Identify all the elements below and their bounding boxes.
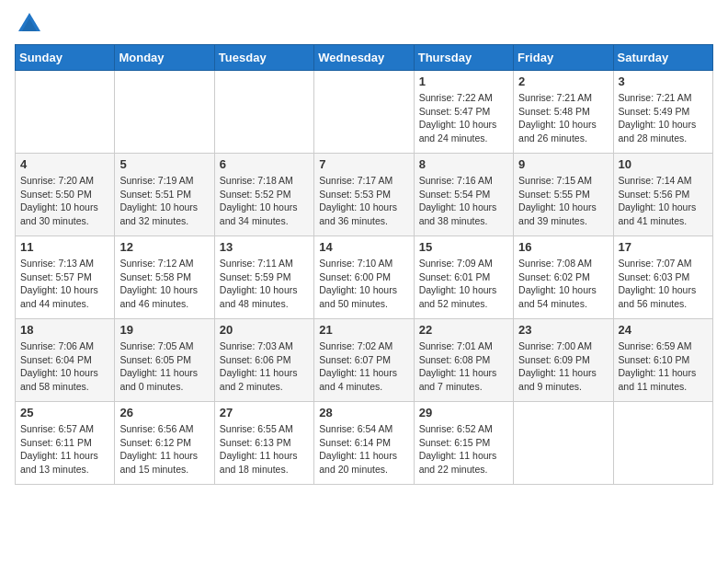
calendar-cell: 3Sunrise: 7:21 AM Sunset: 5:49 PM Daylig… <box>613 71 712 154</box>
day-number: 26 <box>119 406 209 419</box>
day-number: 10 <box>619 157 708 171</box>
calendar-cell: 4Sunrise: 7:20 AM Sunset: 5:50 PM Daylig… <box>16 154 115 236</box>
calendar-cell: 23Sunrise: 7:00 AM Sunset: 6:09 PM Dayli… <box>514 319 613 402</box>
cell-content: Sunrise: 7:16 AM Sunset: 5:54 PM Dayligh… <box>419 174 508 228</box>
cell-content: Sunrise: 7:20 AM Sunset: 5:50 PM Dayligh… <box>20 174 109 228</box>
calendar-cell: 26Sunrise: 6:56 AM Sunset: 6:12 PM Dayli… <box>115 402 214 485</box>
calendar-header-wednesday: Wednesday <box>314 45 414 71</box>
calendar-week-row: 4Sunrise: 7:20 AM Sunset: 5:50 PM Daylig… <box>16 154 713 236</box>
day-number: 24 <box>619 323 708 337</box>
calendar-header-tuesday: Tuesday <box>214 45 313 71</box>
cell-content: Sunrise: 7:10 AM Sunset: 6:00 PM Dayligh… <box>319 257 408 311</box>
cell-content: Sunrise: 7:03 AM Sunset: 6:06 PM Dayligh… <box>220 339 309 394</box>
day-number: 1 <box>419 75 508 88</box>
calendar-cell: 27Sunrise: 6:55 AM Sunset: 6:13 PM Dayli… <box>214 402 313 485</box>
day-number: 23 <box>518 323 608 337</box>
calendar-cell: 24Sunrise: 6:59 AM Sunset: 6:10 PM Dayli… <box>613 319 712 402</box>
calendar-cell: 29Sunrise: 6:52 AM Sunset: 6:15 PM Dayli… <box>414 402 513 485</box>
day-number: 19 <box>119 323 209 337</box>
day-number: 8 <box>419 157 508 171</box>
calendar-cell: 15Sunrise: 7:09 AM Sunset: 6:01 PM Dayli… <box>414 236 513 319</box>
day-number: 12 <box>119 240 209 254</box>
cell-content: Sunrise: 6:59 AM Sunset: 6:10 PM Dayligh… <box>619 339 708 394</box>
cell-content: Sunrise: 7:02 AM Sunset: 6:07 PM Dayligh… <box>319 339 408 394</box>
cell-content: Sunrise: 7:01 AM Sunset: 6:08 PM Dayligh… <box>419 339 508 394</box>
calendar-cell: 12Sunrise: 7:12 AM Sunset: 5:58 PM Dayli… <box>115 236 214 319</box>
calendar-cell: 10Sunrise: 7:14 AM Sunset: 5:56 PM Dayli… <box>613 154 712 236</box>
calendar-cell: 13Sunrise: 7:11 AM Sunset: 5:59 PM Dayli… <box>214 236 313 319</box>
day-number: 2 <box>518 75 608 88</box>
cell-content: Sunrise: 6:55 AM Sunset: 6:13 PM Dayligh… <box>220 422 309 477</box>
calendar-week-row: 25Sunrise: 6:57 AM Sunset: 6:11 PM Dayli… <box>16 402 713 485</box>
logo <box>15 15 42 37</box>
cell-content: Sunrise: 6:52 AM Sunset: 6:15 PM Dayligh… <box>419 422 508 477</box>
day-number: 17 <box>619 240 708 254</box>
calendar-header-sunday: Sunday <box>16 45 115 71</box>
calendar-cell: 18Sunrise: 7:06 AM Sunset: 6:04 PM Dayli… <box>16 319 115 402</box>
day-number: 25 <box>20 406 109 419</box>
cell-content: Sunrise: 7:22 AM Sunset: 5:47 PM Dayligh… <box>419 91 508 145</box>
calendar-cell: 16Sunrise: 7:08 AM Sunset: 6:02 PM Dayli… <box>514 236 613 319</box>
day-number: 22 <box>419 323 508 337</box>
calendar-week-row: 1Sunrise: 7:22 AM Sunset: 5:47 PM Daylig… <box>16 71 713 154</box>
cell-content: Sunrise: 7:21 AM Sunset: 5:49 PM Dayligh… <box>619 91 708 145</box>
calendar-week-row: 18Sunrise: 7:06 AM Sunset: 6:04 PM Dayli… <box>16 319 713 402</box>
cell-content: Sunrise: 7:11 AM Sunset: 5:59 PM Dayligh… <box>220 257 309 311</box>
calendar-cell: 9Sunrise: 7:15 AM Sunset: 5:55 PM Daylig… <box>514 154 613 236</box>
cell-content: Sunrise: 6:57 AM Sunset: 6:11 PM Dayligh… <box>20 422 109 477</box>
day-number: 6 <box>220 157 309 171</box>
day-number: 20 <box>220 323 309 337</box>
cell-content: Sunrise: 7:06 AM Sunset: 6:04 PM Dayligh… <box>20 339 109 394</box>
calendar-cell: 5Sunrise: 7:19 AM Sunset: 5:51 PM Daylig… <box>115 154 214 236</box>
cell-content: Sunrise: 7:21 AM Sunset: 5:48 PM Dayligh… <box>518 91 608 145</box>
calendar-cell: 22Sunrise: 7:01 AM Sunset: 6:08 PM Dayli… <box>414 319 513 402</box>
cell-content: Sunrise: 7:17 AM Sunset: 5:53 PM Dayligh… <box>319 174 408 228</box>
calendar-cell: 21Sunrise: 7:02 AM Sunset: 6:07 PM Dayli… <box>314 319 414 402</box>
day-number: 21 <box>319 323 408 337</box>
day-number: 27 <box>220 406 309 419</box>
calendar-cell <box>514 402 613 485</box>
cell-content: Sunrise: 7:05 AM Sunset: 6:05 PM Dayligh… <box>119 339 209 394</box>
calendar-cell: 2Sunrise: 7:21 AM Sunset: 5:48 PM Daylig… <box>514 71 613 154</box>
calendar-header-friday: Friday <box>514 45 613 71</box>
day-number: 29 <box>419 406 508 419</box>
cell-content: Sunrise: 7:09 AM Sunset: 6:01 PM Dayligh… <box>419 257 508 311</box>
calendar-cell: 19Sunrise: 7:05 AM Sunset: 6:05 PM Dayli… <box>115 319 214 402</box>
day-number: 13 <box>220 240 309 254</box>
calendar-cell: 11Sunrise: 7:13 AM Sunset: 5:57 PM Dayli… <box>16 236 115 319</box>
cell-content: Sunrise: 7:19 AM Sunset: 5:51 PM Dayligh… <box>119 174 209 228</box>
calendar-cell: 28Sunrise: 6:54 AM Sunset: 6:14 PM Dayli… <box>314 402 414 485</box>
calendar-week-row: 11Sunrise: 7:13 AM Sunset: 5:57 PM Dayli… <box>16 236 713 319</box>
header <box>15 15 713 37</box>
cell-content: Sunrise: 7:18 AM Sunset: 5:52 PM Dayligh… <box>220 174 309 228</box>
cell-content: Sunrise: 6:56 AM Sunset: 6:12 PM Dayligh… <box>119 422 209 477</box>
cell-content: Sunrise: 7:13 AM Sunset: 5:57 PM Dayligh… <box>20 257 109 311</box>
day-number: 14 <box>319 240 408 254</box>
calendar-header-thursday: Thursday <box>414 45 513 71</box>
logo-icon <box>17 11 42 37</box>
cell-content: Sunrise: 7:07 AM Sunset: 6:03 PM Dayligh… <box>619 257 708 311</box>
cell-content: Sunrise: 7:12 AM Sunset: 5:58 PM Dayligh… <box>119 257 209 311</box>
day-number: 16 <box>518 240 608 254</box>
cell-content: Sunrise: 7:15 AM Sunset: 5:55 PM Dayligh… <box>518 174 608 228</box>
calendar-cell: 6Sunrise: 7:18 AM Sunset: 5:52 PM Daylig… <box>214 154 313 236</box>
calendar-cell <box>314 71 414 154</box>
calendar-cell: 25Sunrise: 6:57 AM Sunset: 6:11 PM Dayli… <box>16 402 115 485</box>
cell-content: Sunrise: 7:08 AM Sunset: 6:02 PM Dayligh… <box>518 257 608 311</box>
calendar-header-saturday: Saturday <box>613 45 712 71</box>
calendar-cell: 20Sunrise: 7:03 AM Sunset: 6:06 PM Dayli… <box>214 319 313 402</box>
cell-content: Sunrise: 6:54 AM Sunset: 6:14 PM Dayligh… <box>319 422 408 477</box>
calendar-cell <box>613 402 712 485</box>
calendar-cell <box>214 71 313 154</box>
calendar-header-row: SundayMondayTuesdayWednesdayThursdayFrid… <box>16 45 713 71</box>
calendar-cell: 14Sunrise: 7:10 AM Sunset: 6:00 PM Dayli… <box>314 236 414 319</box>
day-number: 9 <box>518 157 608 171</box>
calendar-cell: 7Sunrise: 7:17 AM Sunset: 5:53 PM Daylig… <box>314 154 414 236</box>
calendar-cell: 1Sunrise: 7:22 AM Sunset: 5:47 PM Daylig… <box>414 71 513 154</box>
calendar-cell <box>16 71 115 154</box>
calendar-header-monday: Monday <box>115 45 214 71</box>
day-number: 11 <box>20 240 109 254</box>
cell-content: Sunrise: 7:14 AM Sunset: 5:56 PM Dayligh… <box>619 174 708 228</box>
day-number: 7 <box>319 157 408 171</box>
calendar-cell: 8Sunrise: 7:16 AM Sunset: 5:54 PM Daylig… <box>414 154 513 236</box>
